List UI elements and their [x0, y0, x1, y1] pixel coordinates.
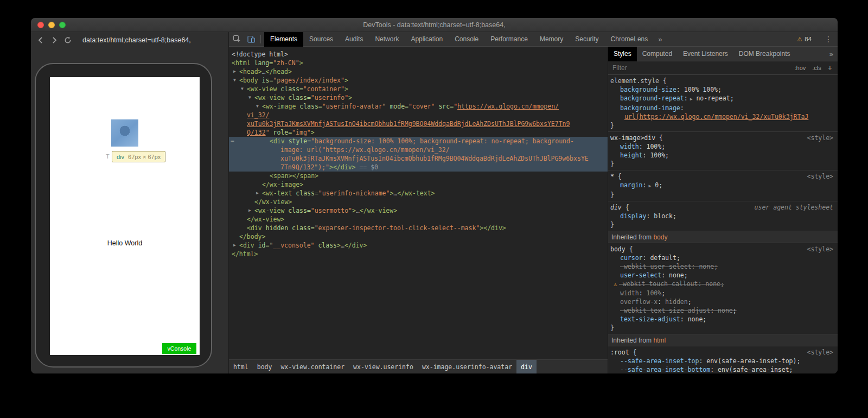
warning-badge[interactable]: ⚠ 84	[797, 36, 812, 43]
elements-tree-row[interactable]: </wx-view>	[229, 215, 608, 224]
rule-origin-link[interactable]: <style>	[807, 348, 833, 357]
elements-tree-row[interactable]: ▶<div id="__vconsole" class>…</div>	[229, 241, 608, 250]
elements-tree-row[interactable]: xuTu0k3jRTaJKmsXVMnfjASTusInO4ibcmQbhub1…	[229, 119, 608, 128]
inspect-icon[interactable]	[231, 32, 243, 47]
breadcrumb-item[interactable]: html	[229, 360, 253, 373]
back-icon[interactable]	[36, 36, 45, 45]
sidebar-tab-dom-breakpoints[interactable]: DOM Breakpoints	[733, 47, 796, 61]
avatar-image[interactable]	[111, 119, 138, 147]
css-property[interactable]: --safe-area-inset-bottom: env(safe-area-…	[610, 365, 837, 373]
rule-selector[interactable]: *	[610, 173, 614, 180]
rule-selector[interactable]: body	[610, 245, 626, 253]
tab-chromelens[interactable]: ChromeLens	[605, 32, 654, 47]
twisty-closed-icon[interactable]: ▶	[233, 241, 236, 250]
forward-icon[interactable]	[50, 36, 59, 45]
css-property[interactable]: display: block;	[610, 212, 837, 220]
inherited-node-link[interactable]: body	[653, 233, 667, 241]
elements-tree-row[interactable]: Q/132" role="img">	[229, 128, 608, 137]
twisty-open-icon[interactable]: ▼	[241, 85, 244, 93]
device-toolbar-icon[interactable]	[245, 32, 257, 47]
twisty-open-icon[interactable]: ▼	[256, 102, 259, 111]
hov-toggle[interactable]: :hov	[795, 65, 806, 71]
css-property[interactable]: user-select: none;	[610, 271, 837, 280]
elements-tree-row[interactable]: </wx-image>	[229, 180, 608, 189]
new-style-rule-button[interactable]: +	[828, 64, 832, 72]
elements-tree-row[interactable]: <span></span>	[229, 172, 608, 180]
sidebar-tab-styles[interactable]: Styles	[608, 47, 637, 61]
elements-tree-row[interactable]: xuTu0k3jRTaJKmsXVMnfjASTusInO4ibcmQbhub1…	[229, 154, 608, 163]
breadcrumb-item[interactable]: wx-view.userinfo	[349, 360, 418, 373]
breadcrumb-item[interactable]: wx-image.userinfo-avatar	[418, 360, 516, 373]
elements-tree-row[interactable]: </body>	[229, 232, 608, 241]
elements-tree-row[interactable]: ▼<wx-view class="container">	[229, 85, 608, 93]
breadcrumb-item[interactable]: wx-view.container	[276, 360, 349, 373]
twisty-closed-icon[interactable]: ▶	[233, 67, 236, 76]
css-property[interactable]: --safe-area-inset-top: env(safe-area-ins…	[610, 357, 837, 365]
css-property[interactable]: cursor: default;	[610, 254, 837, 262]
rule-selector[interactable]: :root	[610, 349, 629, 356]
css-property[interactable]: text-size-adjust: none;	[610, 315, 837, 324]
tab-application[interactable]: Application	[405, 32, 449, 47]
css-property-value[interactable]: url(https://wx.qlogo.cn/mmopen/vi_32/xuT…	[610, 112, 837, 121]
rule-selector[interactable]: wx-image>div	[610, 134, 655, 142]
more-tabs-icon[interactable]: »	[654, 32, 666, 47]
elements-tree-row[interactable]: <div hidden class="exparser-inspector-to…	[229, 224, 608, 232]
elements-tree-row[interactable]: ▶<wx-view class="usermotto">…</wx-view>	[229, 206, 608, 215]
rule-selector[interactable]: element.style	[610, 77, 659, 85]
rule-origin-link[interactable]: <style>	[807, 172, 833, 181]
breadcrumb-item[interactable]: div	[516, 360, 537, 373]
sidebar-more-tabs-icon[interactable]: »	[825, 50, 838, 58]
elements-tree-row[interactable]: </html>	[229, 250, 608, 258]
tab-network[interactable]: Network	[369, 32, 405, 47]
elements-tree-row[interactable]: image: url("https://wx.qlogo.cn/mmopen/v…	[229, 145, 608, 154]
tab-memory[interactable]: Memory	[534, 32, 569, 47]
tab-sources[interactable]: Sources	[303, 32, 339, 47]
elements-tree-row[interactable]: ▼<body is="pages/index/index">	[229, 76, 608, 85]
more-actions-icon[interactable]: ⋯	[231, 137, 234, 145]
styles-filter-input[interactable]: Filter	[612, 64, 795, 72]
elements-tree-row[interactable]: ▶<head>…</head>	[229, 67, 608, 76]
css-property[interactable]: background-repeat:▶ no-repeat;	[610, 94, 837, 104]
reload-icon[interactable]	[63, 36, 72, 45]
elements-tree-row[interactable]: ▼<wx-image class="userinfo-avatar" mode=…	[229, 102, 608, 111]
cls-toggle[interactable]: .cls	[812, 65, 821, 71]
css-property[interactable]: width: 100%;	[610, 289, 837, 297]
elements-tree-row[interactable]: ⋯<div style="background-size: 100% 100%;…	[229, 137, 608, 145]
tab-console[interactable]: Console	[449, 32, 484, 47]
address-url[interactable]: data:text/html;charset=utf-8;base64,	[82, 36, 191, 44]
css-property[interactable]: background-size: 100% 100%;	[610, 85, 837, 94]
sidebar-tab-event-listeners[interactable]: Event Listeners	[678, 47, 733, 61]
tab-performance[interactable]: Performance	[484, 32, 534, 47]
twisty-open-icon[interactable]: ▼	[248, 93, 251, 102]
css-property[interactable]: -webkit-user-select: none;	[610, 262, 837, 271]
css-property[interactable]: ⚠-webkit-touch-callout: none;	[610, 280, 837, 289]
breadcrumb-item[interactable]: body	[253, 360, 277, 373]
elements-tree-row[interactable]: <html lang="zh-CN">	[229, 59, 608, 67]
elements-tree-row[interactable]: ▶<wx-text class="userinfo-nickname">…</w…	[229, 189, 608, 198]
vconsole-button[interactable]: vConsole	[162, 343, 196, 354]
tab-audits[interactable]: Audits	[339, 32, 369, 47]
css-property[interactable]: margin:▶ 0;	[610, 181, 837, 191]
rule-origin-link[interactable]: <style>	[807, 245, 833, 254]
twisty-closed-icon[interactable]: ▶	[256, 189, 259, 198]
css-property[interactable]: width: 100%;	[610, 142, 837, 151]
css-property[interactable]: height: 100%;	[610, 151, 837, 160]
elements-tree-row[interactable]: ▼<wx-view class="userinfo">	[229, 93, 608, 102]
elements-tree-row[interactable]: vi_32/	[229, 111, 608, 119]
rule-origin-link[interactable]: user agent stylesheet	[755, 203, 833, 212]
tab-security[interactable]: Security	[569, 32, 604, 47]
elements-tree-row[interactable]: </wx-view>	[229, 198, 608, 206]
twisty-open-icon[interactable]: ▼	[233, 76, 236, 85]
rule-selector[interactable]: div	[610, 204, 622, 211]
rule-origin-link[interactable]: <style>	[807, 134, 833, 142]
elements-tree-row[interactable]: <!doctype html>	[229, 50, 608, 59]
css-property[interactable]: background-image:	[610, 104, 837, 112]
css-property[interactable]: overflow-x: hidden;	[610, 297, 837, 306]
css-property[interactable]: -webkit-text-size-adjust: none;	[610, 306, 837, 315]
inherited-node-link[interactable]: html	[653, 337, 666, 344]
kebab-menu-icon[interactable]: ⋮	[825, 32, 832, 47]
sidebar-tab-computed[interactable]: Computed	[637, 47, 678, 61]
twisty-closed-icon[interactable]: ▶	[248, 206, 251, 215]
elements-tree-row[interactable]: 7Tn9Q/132");"></div> == $0	[229, 163, 608, 172]
tab-elements[interactable]: Elements	[264, 32, 303, 47]
